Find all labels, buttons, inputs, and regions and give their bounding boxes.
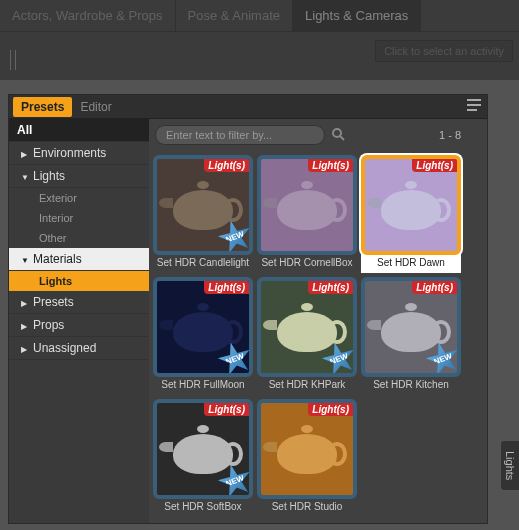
sidebar-item-materials-lights[interactable]: Lights [9, 271, 149, 291]
preset-thumbnail: Light(s) [361, 155, 461, 255]
category-sidebar: All Environments Lights Exterior Interio… [9, 119, 149, 523]
panel-tab-bar: Presets Editor [9, 95, 487, 119]
tab-pose[interactable]: Pose & Animate [176, 0, 294, 31]
teapot-knob [405, 303, 417, 311]
preset-label: Set HDR Kitchen [361, 377, 461, 395]
top-tab-bar: Actors, Wardrobe & Props Pose & Animate … [0, 0, 519, 32]
preset-thumbnail: Light(s) [153, 155, 253, 255]
teapot-knob [301, 425, 313, 433]
preset-label: Set HDR SoftBox [153, 499, 253, 517]
preset-thumb[interactable]: Light(s)Set HDR KHPark [257, 277, 357, 395]
lights-badge: Light(s) [308, 403, 353, 416]
sidebar-item-props[interactable]: Props [9, 314, 149, 337]
teapot-knob [197, 181, 209, 189]
search-icon[interactable] [331, 127, 345, 144]
preset-thumb[interactable]: Light(s)Set HDR Candlelight [153, 155, 253, 273]
preset-thumb[interactable]: Light(s)Set HDR Kitchen [361, 277, 461, 395]
preset-thumb[interactable]: Light(s)Set HDR Studio [257, 399, 357, 517]
thumb-grid: Light(s)Set HDR CandlelightLight(s)Set H… [149, 151, 487, 521]
teapot-icon [173, 434, 233, 474]
sidebar-item-lights[interactable]: Lights [9, 165, 149, 188]
svg-rect-1 [467, 104, 481, 106]
sidebar-item-unassigned[interactable]: Unassigned [9, 337, 149, 360]
preset-thumbnail: Light(s) [153, 399, 253, 499]
teapot-icon [173, 312, 233, 352]
preset-thumbnail: Light(s) [153, 277, 253, 377]
svg-rect-2 [467, 109, 477, 111]
svg-point-3 [333, 129, 341, 137]
sidebar-item-other[interactable]: Other [9, 228, 149, 248]
preset-thumb[interactable]: Light(s)Set HDR SoftBox [153, 399, 253, 517]
tab-lights-cameras[interactable]: Lights & Cameras [293, 0, 421, 31]
teapot-icon [381, 312, 441, 352]
preset-thumb[interactable]: Light(s)Set HDR CornellBox [257, 155, 357, 273]
teapot-icon [277, 190, 337, 230]
sidebar-item-interior[interactable]: Interior [9, 208, 149, 228]
preset-label: Set HDR Candlelight [153, 255, 253, 273]
lights-badge: Light(s) [204, 159, 249, 172]
preset-thumb[interactable]: Light(s)Set HDR Dawn [361, 155, 461, 273]
preset-label: Set HDR KHPark [257, 377, 357, 395]
lights-badge: Light(s) [412, 159, 457, 172]
sidebar-item-presets[interactable]: Presets [9, 291, 149, 314]
panel-tab-editor[interactable]: Editor [72, 97, 119, 117]
preset-gallery: 1 - 8 Light(s)Set HDR CandlelightLight(s… [149, 119, 487, 523]
teapot-knob [405, 181, 417, 189]
teapot-icon [277, 434, 337, 474]
teapot-knob [301, 303, 313, 311]
teapot-icon [277, 312, 337, 352]
presets-panel: Presets Editor All Environments Lights E… [8, 94, 488, 524]
lights-badge: Light(s) [204, 281, 249, 294]
lights-badge: Light(s) [308, 281, 353, 294]
teapot-icon [173, 190, 233, 230]
lights-badge: Light(s) [204, 403, 249, 416]
lights-badge: Light(s) [412, 281, 457, 294]
svg-rect-0 [467, 99, 481, 101]
teapot-knob [197, 425, 209, 433]
activity-bar: Click to select an activity [0, 32, 519, 72]
sidebar-item-materials[interactable]: Materials [9, 248, 149, 271]
svg-line-4 [340, 136, 344, 140]
preset-label: Set HDR Dawn [361, 255, 461, 273]
sidebar-item-all[interactable]: All [9, 119, 149, 142]
preset-label: Set HDR FullMoon [153, 377, 253, 395]
tab-actors[interactable]: Actors, Wardrobe & Props [0, 0, 176, 31]
teapot-knob [197, 303, 209, 311]
filter-row: 1 - 8 [149, 119, 487, 151]
preset-label: Set HDR CornellBox [257, 255, 357, 273]
filter-input[interactable] [155, 125, 325, 145]
panel-tab-presets[interactable]: Presets [13, 97, 72, 117]
activity-select[interactable]: Click to select an activity [375, 40, 513, 62]
panel-menu-icon[interactable] [467, 99, 481, 114]
preset-thumbnail: Light(s) [257, 277, 357, 377]
teapot-icon [381, 190, 441, 230]
pagination-info: 1 - 8 [439, 129, 461, 141]
lights-badge: Light(s) [308, 159, 353, 172]
preset-thumbnail: Light(s) [361, 277, 461, 377]
side-tab-lights[interactable]: Lights [500, 440, 519, 491]
sidebar-item-environments[interactable]: Environments [9, 142, 149, 165]
preset-thumbnail: Light(s) [257, 399, 357, 499]
preset-thumbnail: Light(s) [257, 155, 357, 255]
preset-label: Set HDR Studio [257, 499, 357, 517]
sidebar-item-exterior[interactable]: Exterior [9, 188, 149, 208]
activity-marker [10, 50, 16, 70]
teapot-knob [301, 181, 313, 189]
preset-thumb[interactable]: Light(s)Set HDR FullMoon [153, 277, 253, 395]
